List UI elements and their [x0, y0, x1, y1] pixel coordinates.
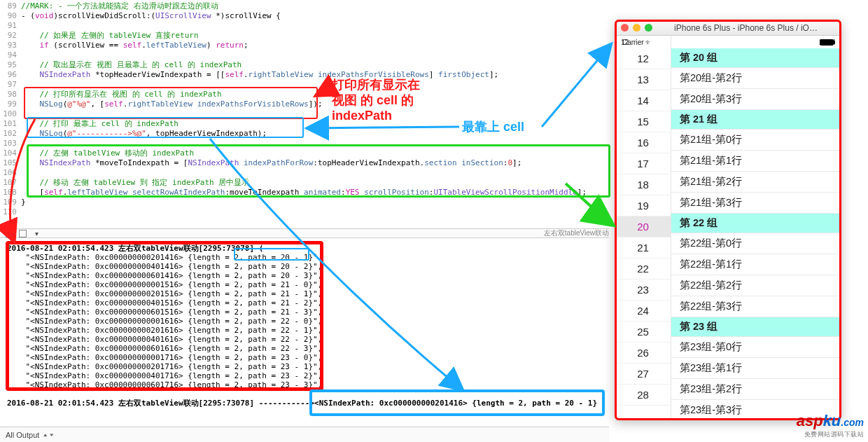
left-row[interactable]: 28	[615, 385, 671, 406]
table-cell[interactable]: 第23组-第2行	[671, 379, 841, 400]
left-row[interactable]: 21	[615, 237, 671, 258]
table-cell[interactable]: 第23组-第0行	[671, 337, 841, 358]
close-icon[interactable]	[621, 24, 629, 32]
left-row[interactable]: 17	[615, 153, 671, 174]
table-cell[interactable]: 第21组-第3行	[671, 193, 841, 214]
code-body[interactable]: //MARK: - 一个方法就能搞定 右边滑动时跟左边的联动- (void)sc…	[21, 0, 609, 217]
debug-console[interactable]: 2016-08-21 02:01:54.423 左右双tableView联动[2…	[0, 238, 609, 420]
left-row[interactable]: 19	[615, 195, 671, 216]
code-line[interactable]: if (scrollView == self.leftTableView) re…	[21, 41, 609, 50]
left-row[interactable]: 16	[615, 132, 671, 153]
updown-icon[interactable]: ▲▼	[42, 432, 55, 437]
code-line[interactable]: // 左侧 talbelView 移动的 indexPath	[21, 149, 609, 158]
code-line[interactable]: NSLog(@"----------->%@", topHeaderViewIn…	[21, 129, 609, 139]
code-line[interactable]	[21, 168, 609, 178]
left-row[interactable]: 12	[615, 48, 671, 69]
table-cell[interactable]: 第21组-第2行	[671, 172, 841, 193]
left-row[interactable]: 23	[615, 279, 671, 301]
code-line[interactable]	[21, 80, 609, 90]
left-row[interactable]: 14	[615, 90, 671, 111]
table-cell[interactable]: 第22组-第2行	[671, 275, 841, 296]
section-header[interactable]: 第 21 组	[671, 110, 841, 130]
code-line[interactable]: // 打印所有显示在 视图 的 cell 的 indexPath	[21, 90, 609, 99]
table-cell[interactable]: 第22组-第1行	[671, 254, 841, 275]
ios-simulator-window[interactable]: iPhone 6s Plus - iPhone 6s Plus / iO… Ca…	[615, 20, 841, 420]
editor-split-toolbar: ▾ 左右双tableView联动	[0, 228, 609, 238]
code-line[interactable]	[21, 21, 609, 31]
code-line[interactable]: - (void)scrollViewDidScroll:(UIScrollVie…	[21, 11, 609, 21]
code-editor[interactable]: 8990919293949596979899100101102103104105…	[0, 0, 609, 217]
code-line[interactable]: // 打印 最靠上 cell 的 indexPath	[21, 119, 609, 129]
left-row[interactable]: 13	[615, 69, 671, 90]
table-cell[interactable]: 第21组-第0行	[671, 130, 841, 151]
left-tableview[interactable]: 12 1213141516171819202122232425262728	[615, 36, 671, 420]
right-tableview[interactable]: 2 AM 第 20 组第20组-第2行第20组-第3行第 21 组第21组-第0…	[671, 36, 841, 420]
table-cell[interactable]: 第20组-第3行	[671, 89, 841, 110]
watermark: aspku.com 免费网站源码下载站	[797, 412, 864, 439]
code-line[interactable]: [self.leftTableView selectRowAtIndexPath…	[21, 188, 609, 198]
code-line[interactable]	[21, 50, 609, 60]
left-row[interactable]: 26	[615, 343, 671, 364]
code-line[interactable]: // 如果是 左侧的 tableView 直接return	[21, 31, 609, 41]
toolbar-icon[interactable]	[19, 230, 27, 237]
code-line[interactable]	[21, 207, 609, 217]
simulator-titlebar[interactable]: iPhone 6s Plus - iPhone 6s Plus / iO…	[615, 20, 841, 36]
code-line[interactable]	[21, 109, 609, 119]
left-row[interactable]: 27	[615, 364, 671, 385]
console-footer: All Output ▲▼	[0, 427, 609, 442]
table-cell[interactable]: 第23组-第1行	[671, 358, 841, 379]
table-cell[interactable]: 第21组-第1行	[671, 151, 841, 172]
left-row[interactable]: 22	[615, 258, 671, 279]
code-line[interactable]: //MARK: - 一个方法就能搞定 右边滑动时跟左边的联动	[21, 1, 609, 11]
code-line[interactable]: // 移动 左侧 tableView 到 指定 indexPath 居中显示	[21, 178, 609, 188]
left-row[interactable]: 15	[615, 111, 671, 132]
code-line[interactable]: NSLog(@"%@", [self.rightTableView indexP…	[21, 99, 609, 109]
line-gutter: 8990919293949596979899100101102103104105…	[0, 0, 21, 217]
code-line[interactable]	[21, 139, 609, 149]
code-line[interactable]: }	[21, 198, 609, 207]
left-row[interactable]: 20	[615, 216, 671, 237]
time-fragment: 2 AM	[819, 39, 835, 46]
left-row[interactable]: 25	[615, 322, 671, 343]
section-header[interactable]: 第 23 组	[671, 317, 841, 337]
left-first-clipped: 12	[621, 39, 629, 46]
section-header[interactable]: 第 20 组	[671, 48, 841, 68]
code-line[interactable]: // 取出显示在 视图 且最靠上 的 cell 的 indexPath	[21, 60, 609, 70]
code-line[interactable]: NSIndexPath *moveToIndexpath = [NSIndexP…	[21, 158, 609, 168]
minimize-icon[interactable]	[633, 24, 640, 32]
table-cell[interactable]: 第20组-第2行	[671, 68, 841, 89]
toolbar-icon[interactable]	[6, 230, 13, 237]
left-row[interactable]: 18	[615, 174, 671, 195]
simulator-title: iPhone 6s Plus - iPhone 6s Plus / iO…	[657, 23, 835, 33]
table-cell[interactable]: 第22组-第0行	[671, 233, 841, 254]
code-line[interactable]: NSIndexPath *topHeaderViewIndexpath = [[…	[21, 70, 609, 80]
section-header[interactable]: 第 22 组	[671, 214, 841, 233]
left-row[interactable]: 24	[615, 301, 671, 322]
editor-crumb: 左右双tableView联动	[544, 228, 609, 238]
output-filter[interactable]: All Output	[6, 431, 39, 439]
zoom-icon[interactable]	[645, 24, 652, 32]
table-cell[interactable]: 第22组-第3行	[671, 296, 841, 317]
